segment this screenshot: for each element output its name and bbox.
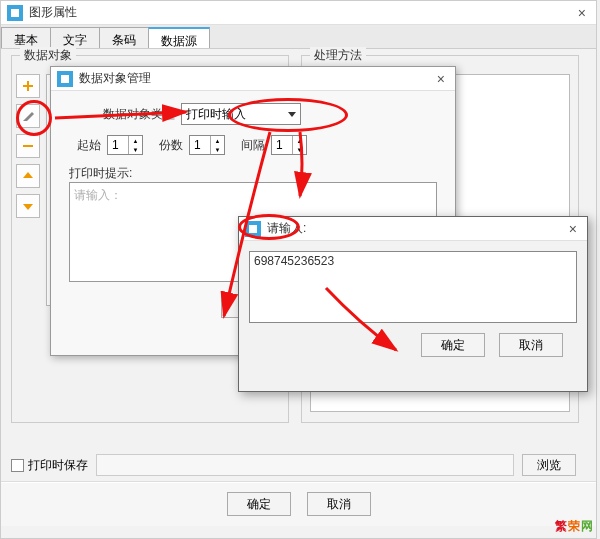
start-spinner[interactable]: 1▲▼ <box>107 135 143 155</box>
fieldset-method-label: 处理方法 <box>310 47 366 64</box>
add-button[interactable] <box>16 74 40 98</box>
tab-barcode[interactable]: 条码 <box>99 27 149 48</box>
svg-rect-5 <box>249 225 257 233</box>
input-cancel-button[interactable]: 取消 <box>499 333 563 357</box>
input-app-icon <box>245 221 261 237</box>
prompt-label: 打印时提示: <box>69 165 437 182</box>
save-bar: 打印时保存 浏览 <box>11 452 576 478</box>
save-path-field[interactable] <box>96 454 514 476</box>
input-ok-button[interactable]: 确定 <box>421 333 485 357</box>
type-value: 打印时输入 <box>186 106 246 123</box>
type-label: 数据对象类型 <box>103 106 175 123</box>
input-text-field[interactable]: 698745236523 <box>249 251 577 323</box>
sub-close-icon[interactable]: × <box>433 71 449 87</box>
tab-text[interactable]: 文字 <box>50 27 100 48</box>
save-on-print-checkbox[interactable] <box>11 459 24 472</box>
tab-basic[interactable]: 基本 <box>1 27 51 48</box>
input-value: 698745236523 <box>254 254 334 268</box>
move-down-button[interactable] <box>16 194 40 218</box>
input-title: 请输入: <box>267 220 565 237</box>
edit-button[interactable] <box>16 104 40 128</box>
remove-button[interactable] <box>16 134 40 158</box>
input-dialog: 请输入: × 698745236523 确定 取消 <box>238 216 588 392</box>
watermark: 繁荣网 <box>555 514 594 535</box>
svg-rect-0 <box>11 9 19 17</box>
prompt-placeholder: 请输入： <box>74 188 122 202</box>
input-close-icon[interactable]: × <box>565 221 581 237</box>
main-title: 图形属性 <box>29 4 574 21</box>
tabs-bar: 基本 文字 条码 数据源 <box>1 25 596 49</box>
close-icon[interactable]: × <box>574 5 590 21</box>
tab-datasource[interactable]: 数据源 <box>148 27 210 48</box>
main-ok-button[interactable]: 确定 <box>227 492 291 516</box>
save-on-print-label: 打印时保存 <box>28 457 88 474</box>
sub-title: 数据对象管理 <box>79 70 433 87</box>
gap-label: 间隔 <box>241 137 265 154</box>
svg-rect-4 <box>61 75 69 83</box>
start-label: 起始 <box>77 137 101 154</box>
copies-spinner[interactable]: 1▲▼ <box>189 135 225 155</box>
move-up-button[interactable] <box>16 164 40 188</box>
input-titlebar: 请输入: × <box>239 217 587 241</box>
side-button-column <box>16 74 40 218</box>
input-body: 698745236523 确定 取消 <box>239 241 587 367</box>
browse-button[interactable]: 浏览 <box>522 454 576 476</box>
gap-spinner[interactable]: 1▲▼ <box>271 135 307 155</box>
main-dialog-buttons: 确定 取消 <box>1 481 596 526</box>
sub-titlebar: 数据对象管理 × <box>51 67 455 91</box>
fieldset-dataobj-label: 数据对象 <box>20 47 76 64</box>
copies-label: 份数 <box>159 137 183 154</box>
main-cancel-button[interactable]: 取消 <box>307 492 371 516</box>
app-icon <box>7 5 23 21</box>
chevron-down-icon <box>288 112 296 117</box>
main-titlebar: 图形属性 × <box>1 1 596 25</box>
type-combobox[interactable]: 打印时输入 <box>181 103 301 125</box>
sub-app-icon <box>57 71 73 87</box>
